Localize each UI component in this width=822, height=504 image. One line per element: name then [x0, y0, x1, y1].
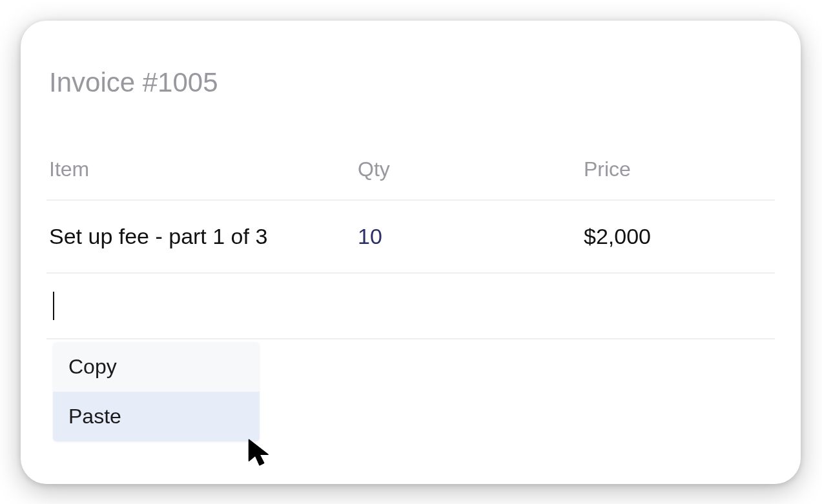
menu-item-paste[interactable]: Paste — [53, 392, 260, 441]
new-row-input[interactable] — [46, 274, 775, 339]
cell-qty[interactable]: 10 — [355, 201, 581, 274]
cursor-icon — [247, 438, 272, 467]
context-menu: Copy Paste — [53, 342, 260, 441]
invoice-title: Invoice #1005 — [46, 67, 775, 98]
cell-item[interactable]: Set up fee - part 1 of 3 — [46, 201, 355, 274]
text-caret — [53, 292, 54, 320]
invoice-table: Item Qty Price Set up fee - part 1 of 3 … — [46, 145, 775, 339]
column-header-qty: Qty — [355, 145, 581, 201]
cell-price[interactable]: $2,000 — [581, 201, 775, 274]
column-header-price: Price — [581, 145, 775, 201]
column-header-item: Item — [46, 145, 355, 201]
menu-item-copy[interactable]: Copy — [53, 342, 260, 392]
